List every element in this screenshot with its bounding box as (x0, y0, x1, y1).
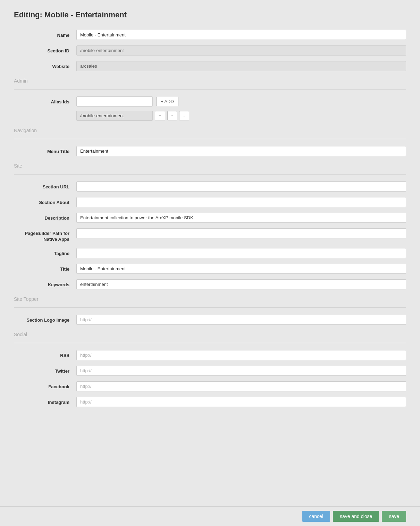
social-header: Social (14, 332, 406, 337)
section-id-input (76, 45, 406, 56)
pagebuilder-control (76, 228, 406, 238)
instagram-label: Instagram (14, 397, 76, 406)
alias-ids-row: Alias Ids + ADD − ↑ ↓ (14, 96, 406, 121)
section-url-row: Section URL (14, 181, 406, 192)
description-control (76, 213, 406, 223)
site-topper-header: Site Topper (14, 296, 406, 302)
description-input[interactable] (76, 213, 406, 223)
menu-title-label: Menu Title (14, 146, 76, 155)
page-container: Editing: Mobile - Entertainment Name Sec… (0, 0, 420, 442)
keywords-input[interactable] (76, 279, 406, 289)
rss-input[interactable] (76, 350, 406, 360)
site-divider (14, 174, 406, 175)
alias-add-button[interactable]: + ADD (156, 97, 178, 106)
pagebuilder-label: PageBuilder Path for Native Apps (14, 228, 76, 243)
alias-new-input[interactable] (76, 96, 153, 107)
rss-row: RSS (14, 350, 406, 360)
website-control (76, 61, 406, 71)
section-about-row: Section About (14, 197, 406, 207)
section-about-input[interactable] (76, 197, 406, 207)
section-logo-label: Section Logo Image (14, 315, 76, 323)
instagram-control (76, 397, 406, 407)
admin-divider (14, 89, 406, 90)
section-url-input[interactable] (76, 181, 406, 192)
rss-control (76, 350, 406, 360)
alias-add-row: + ADD (76, 96, 406, 107)
navigation-header: Navigation (14, 128, 406, 133)
alias-ids-control: + ADD − ↑ ↓ (76, 96, 406, 121)
alias-existing-input (76, 111, 153, 121)
keywords-row: Keywords (14, 279, 406, 289)
alias-ids-label: Alias Ids (14, 96, 76, 105)
social-divider (14, 343, 406, 343)
title-label: Title (14, 264, 76, 272)
website-label: Website (14, 61, 76, 70)
navigation-section: Navigation Menu Title (14, 128, 406, 156)
menu-title-input[interactable] (76, 146, 406, 156)
alias-ids-container: + ADD − ↑ ↓ (76, 96, 406, 121)
section-url-label: Section URL (14, 181, 76, 190)
website-input (76, 61, 406, 71)
facebook-control (76, 381, 406, 391)
name-label: Name (14, 30, 76, 39)
facebook-input[interactable] (76, 381, 406, 391)
menu-title-row: Menu Title (14, 146, 406, 156)
section-about-control (76, 197, 406, 207)
section-url-control (76, 181, 406, 192)
description-label: Description (14, 213, 76, 221)
page-title: Editing: Mobile - Entertainment (14, 10, 406, 19)
navigation-divider (14, 139, 406, 139)
name-row: Name (14, 30, 406, 40)
description-row: Description (14, 213, 406, 223)
section-about-label: Section About (14, 197, 76, 206)
rss-label: RSS (14, 350, 76, 359)
section-logo-control (76, 315, 406, 325)
section-id-label: Section ID (14, 45, 76, 54)
site-header: Site (14, 163, 406, 169)
twitter-row: Twitter (14, 366, 406, 376)
tagline-input[interactable] (76, 248, 406, 258)
instagram-input[interactable] (76, 397, 406, 407)
tagline-row: Tagline (14, 248, 406, 258)
name-control (76, 30, 406, 40)
instagram-row: Instagram (14, 397, 406, 407)
site-topper-divider (14, 307, 406, 308)
title-row: Title (14, 264, 406, 274)
section-logo-row: Section Logo Image (14, 315, 406, 325)
alias-down-button[interactable]: ↓ (179, 111, 189, 120)
pagebuilder-row: PageBuilder Path for Native Apps (14, 228, 406, 243)
tagline-label: Tagline (14, 248, 76, 257)
twitter-input[interactable] (76, 366, 406, 376)
alias-existing-row: − ↑ ↓ (76, 111, 406, 121)
menu-title-control (76, 146, 406, 156)
tagline-control (76, 248, 406, 258)
facebook-label: Facebook (14, 381, 76, 390)
facebook-row: Facebook (14, 381, 406, 391)
alias-up-button[interactable]: ↑ (167, 111, 177, 120)
twitter-label: Twitter (14, 366, 76, 374)
pagebuilder-input[interactable] (76, 228, 406, 238)
social-section: Social RSS Twitter Facebook Instagram (14, 332, 406, 407)
keywords-control (76, 279, 406, 289)
name-input[interactable] (76, 30, 406, 40)
title-control (76, 264, 406, 274)
alias-remove-button[interactable]: − (155, 111, 165, 120)
section-id-row: Section ID (14, 45, 406, 56)
website-row: Website (14, 61, 406, 71)
title-input[interactable] (76, 264, 406, 274)
admin-section: Admin Alias Ids + ADD − ↑ ↓ (14, 78, 406, 121)
section-logo-input[interactable] (76, 315, 406, 325)
twitter-control (76, 366, 406, 376)
site-topper-section: Site Topper Section Logo Image (14, 296, 406, 325)
section-id-control (76, 45, 406, 56)
site-section: Site Section URL Section About Descripti… (14, 163, 406, 289)
keywords-label: Keywords (14, 279, 76, 288)
admin-header: Admin (14, 78, 406, 84)
